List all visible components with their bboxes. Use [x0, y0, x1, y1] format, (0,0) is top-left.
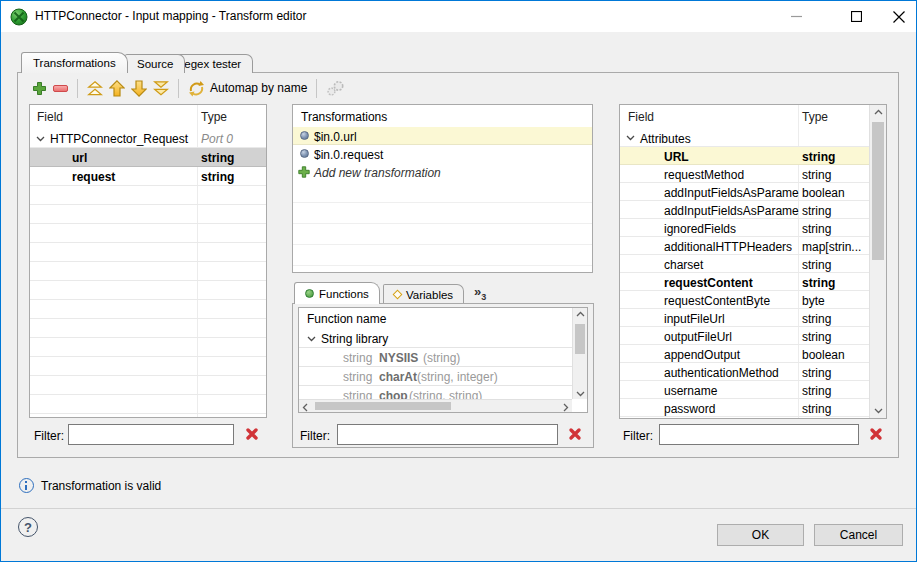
scroll-down-icon[interactable] [874, 408, 883, 414]
attribute-row[interactable]: requestContentstring [620, 273, 869, 291]
remove-field-button[interactable] [50, 82, 71, 95]
more-tabs-indicator[interactable]: »3 [474, 284, 486, 302]
attribute-row[interactable]: URLstring [620, 147, 869, 165]
library-name: String library [321, 332, 388, 346]
cloveretl-logo-icon [10, 8, 28, 26]
tab-variables[interactable]: Variables [383, 284, 464, 304]
attr-type: string [802, 204, 831, 218]
scroll-left-icon[interactable] [302, 403, 308, 412]
function-library-row[interactable]: String library [299, 329, 572, 348]
scroll-down-icon[interactable] [576, 391, 585, 397]
middle-filter-clear-button[interactable] [566, 427, 584, 443]
scroll-right-icon[interactable] [563, 403, 569, 412]
attribute-row[interactable]: usernamestring [620, 381, 869, 399]
clear-x-icon [869, 427, 883, 441]
left-header-field: Field [37, 110, 63, 124]
mapping-bullet-icon [300, 149, 309, 158]
middle-filter-input[interactable] [337, 424, 558, 445]
close-button[interactable] [879, 1, 917, 32]
tab-transformations[interactable]: Transformations [21, 52, 128, 73]
cancel-button[interactable]: Cancel [814, 524, 903, 546]
footer-separator [1, 508, 916, 509]
attr-type: string [802, 312, 831, 326]
attribute-row[interactable]: ignoredFieldsstring [620, 219, 869, 237]
table-row-request[interactable]: request string [30, 167, 266, 186]
tab-functions[interactable]: Functions [294, 282, 380, 304]
function-list-vertical-scrollbar[interactable] [572, 308, 587, 399]
chevron-down-icon[interactable] [307, 336, 316, 342]
ok-button[interactable]: OK [717, 524, 804, 546]
function-params: (string) [423, 351, 460, 365]
transformation-row-url[interactable]: $in.0.url [293, 127, 592, 145]
attributes-vertical-scrollbar[interactable] [869, 105, 886, 418]
attr-name: ignoredFields [664, 222, 736, 236]
add-new-transformation-row[interactable]: Add new transformation [293, 163, 592, 181]
maximize-icon [851, 11, 862, 22]
attr-name: charset [664, 258, 703, 272]
add-field-button[interactable] [29, 79, 50, 98]
transformation-label: $in.0.url [314, 130, 357, 144]
left-filter-clear-button[interactable] [243, 427, 261, 443]
right-filter-clear-button[interactable] [867, 427, 885, 443]
attribute-row[interactable]: requestContentBytebyte [620, 291, 869, 309]
attr-type: boolean [802, 348, 845, 362]
move-bottom-button[interactable] [150, 79, 172, 98]
record-name: HTTPConnector_Request [50, 132, 188, 146]
attr-type: string [802, 168, 831, 182]
attr-type: boolean [802, 186, 845, 200]
scroll-up-icon[interactable] [874, 109, 883, 115]
attr-name: inputFileUrl [664, 312, 725, 326]
attr-type: map[strin... [802, 240, 861, 254]
maximize-button[interactable] [833, 1, 879, 32]
left-filter-input[interactable] [68, 424, 234, 445]
record-port: Port 0 [201, 132, 233, 146]
arrow-up-icon [109, 80, 125, 97]
gears-icon [326, 80, 346, 97]
attribute-row[interactable]: inputFileUrlstring [620, 309, 869, 327]
attribute-row[interactable]: addInputFieldsAsParamestring [620, 201, 869, 219]
attributes-root-row[interactable]: Attributes [620, 129, 869, 147]
function-name: NYSIIS [379, 351, 418, 365]
scrollbar-thumb[interactable] [872, 122, 884, 260]
attribute-row[interactable]: additionalHTTPHeadersmap[strin... [620, 237, 869, 255]
attr-name: URL [664, 150, 689, 164]
attribute-row[interactable]: charsetstring [620, 255, 869, 273]
attribute-row[interactable]: requestMethodstring [620, 165, 869, 183]
table-row-root[interactable]: HTTPConnector_Request Port 0 [30, 129, 266, 148]
attribute-row[interactable]: addInputFieldsAsParameboolean [620, 183, 869, 201]
move-top-button[interactable] [84, 79, 106, 98]
attribute-row[interactable]: appendOutputboolean [620, 345, 869, 363]
scroll-up-icon[interactable] [576, 311, 585, 317]
move-up-button[interactable] [106, 78, 128, 99]
function-params: (string, integer) [417, 370, 498, 384]
tab-source[interactable]: Source [125, 54, 185, 73]
attributes-label: Attributes [640, 132, 691, 146]
right-filter-input[interactable] [659, 424, 859, 445]
move-down-button[interactable] [128, 78, 150, 99]
window-title: HTTPConnector - Input mapping - Transfor… [35, 1, 306, 32]
function-return-type: string [343, 370, 372, 384]
scrollbar-thumb[interactable] [575, 324, 585, 354]
function-list-horizontal-scrollbar[interactable] [299, 399, 572, 412]
minus-icon [53, 84, 68, 93]
function-row[interactable]: string charAt (string, integer) [299, 367, 572, 386]
function-row[interactable]: string NYSIIS (string) [299, 348, 572, 367]
attr-type: string [802, 150, 835, 164]
arrow-down-icon [131, 80, 147, 97]
function-list: Function name String library string NYSI… [298, 307, 588, 413]
chevron-down-icon[interactable] [626, 135, 635, 141]
help-button[interactable]: ? [18, 517, 38, 537]
minimize-button[interactable] [773, 1, 819, 32]
scrollbar-thumb[interactable] [315, 402, 451, 410]
attribute-row[interactable]: authenticationMethodstring [620, 363, 869, 381]
attr-name: additionalHTTPHeaders [664, 240, 792, 254]
table-row-url[interactable]: url string [30, 148, 266, 167]
attribute-row[interactable]: passwordstring [620, 399, 869, 417]
transformation-row-request[interactable]: $in.0.request [293, 145, 592, 163]
left-header-type: Type [201, 110, 227, 124]
automap-button[interactable]: Automap by name [185, 78, 310, 99]
chevron-down-icon[interactable] [36, 136, 45, 142]
transformations-header: Transformations [301, 110, 387, 124]
attribute-row[interactable]: outputFileUrlstring [620, 327, 869, 345]
validation-status: Transformation is valid [41, 479, 161, 493]
